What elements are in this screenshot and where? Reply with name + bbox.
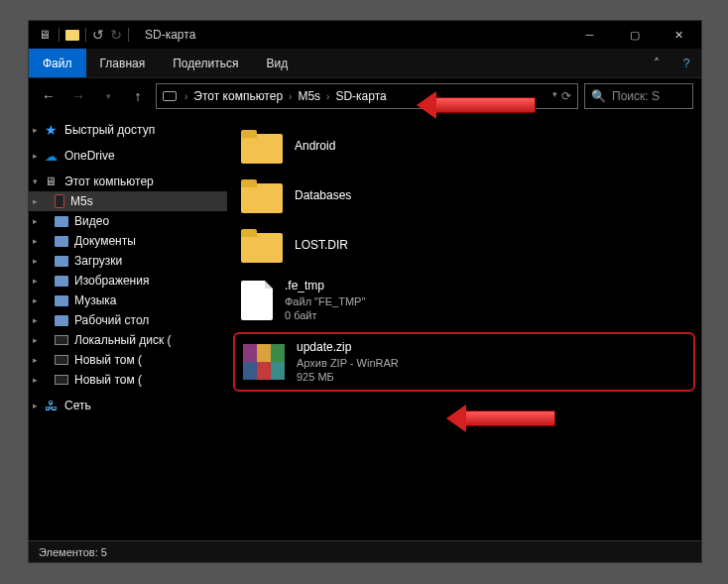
redo-icon[interactable]: ↺ bbox=[110, 27, 122, 43]
file-update-zip[interactable]: update.zip Архив ZIP - WinRAR 925 МБ bbox=[233, 332, 695, 392]
nav-documents[interactable]: ▸ Документы bbox=[29, 231, 227, 251]
folder-icon bbox=[55, 315, 68, 326]
file-fetmp[interactable]: .fe_tmp Файл "FE_TMP" 0 байт bbox=[233, 273, 695, 328]
nav-quick-access[interactable]: ▸ ★ Быстрый доступ bbox=[29, 120, 227, 140]
status-count-label: Элементов: bbox=[39, 546, 98, 558]
chevron-right-icon[interactable]: ▸ bbox=[33, 256, 38, 266]
nav-downloads[interactable]: ▸ Загрузки bbox=[29, 251, 227, 271]
folder-databases[interactable]: Databases bbox=[233, 174, 695, 219]
nav-pictures[interactable]: ▸ Изображения bbox=[29, 271, 227, 291]
chevron-right-icon[interactable]: ▸ bbox=[33, 375, 38, 385]
chevron-right-icon[interactable]: ▸ bbox=[33, 315, 38, 325]
folder-icon bbox=[241, 130, 283, 164]
nav-music[interactable]: ▸ Музыка bbox=[29, 291, 227, 310]
ribbon-share-tab[interactable]: Поделиться bbox=[159, 49, 252, 77]
forward-button[interactable]: → bbox=[66, 84, 90, 108]
undo-icon[interactable]: ↺ bbox=[92, 27, 104, 43]
nav-network[interactable]: ▸ 🖧 Сеть bbox=[29, 396, 227, 415]
search-placeholder: Поиск: S bbox=[612, 89, 660, 103]
ribbon-file-tab[interactable]: Файл bbox=[29, 49, 86, 77]
winrar-icon bbox=[243, 344, 285, 380]
folder-android[interactable]: Android bbox=[233, 124, 695, 170]
back-button[interactable]: ← bbox=[37, 84, 61, 108]
ribbon-view-tab[interactable]: Вид bbox=[252, 49, 302, 77]
folder-icon bbox=[55, 216, 68, 227]
chevron-right-icon[interactable]: ▸ bbox=[33, 125, 38, 135]
refresh-icon[interactable]: ⟳ bbox=[561, 89, 571, 103]
star-icon: ★ bbox=[43, 123, 59, 137]
titlebar: 🖥 ↺ ↺ SD-карта ─ ▢ ✕ bbox=[29, 21, 701, 49]
maximize-button[interactable]: ▢ bbox=[612, 21, 657, 49]
chevron-right-icon[interactable]: ▸ bbox=[33, 236, 38, 246]
chevron-right-icon[interactable]: › bbox=[324, 91, 331, 102]
chevron-right-icon[interactable]: ▸ bbox=[33, 276, 38, 286]
nav-video[interactable]: ▸ Видео bbox=[29, 211, 227, 231]
pc-icon: 🖥 bbox=[43, 175, 59, 188]
status-count: 5 bbox=[101, 546, 107, 558]
chevron-right-icon[interactable]: ▸ bbox=[33, 295, 38, 305]
drive-icon bbox=[55, 335, 68, 345]
chevron-right-icon[interactable]: ▸ bbox=[33, 151, 38, 161]
nav-device-m5s[interactable]: ▸ M5s bbox=[29, 191, 227, 211]
breadcrumb-location[interactable]: SD-карта bbox=[333, 89, 388, 103]
folder-icon bbox=[55, 256, 68, 267]
ribbon-collapse-icon[interactable]: ˄ bbox=[642, 49, 671, 77]
chevron-right-icon[interactable]: ▸ bbox=[33, 355, 38, 365]
minimize-button[interactable]: ─ bbox=[567, 21, 612, 49]
file-icon bbox=[241, 281, 273, 320]
annotation-arrow bbox=[446, 405, 555, 432]
recent-dropdown-icon[interactable]: ▾ bbox=[96, 84, 120, 108]
nav-this-pc[interactable]: ▾ 🖥 Этот компьютер bbox=[29, 172, 227, 191]
drive-icon bbox=[55, 355, 68, 365]
qat-folder-icon[interactable] bbox=[65, 30, 79, 41]
ribbon-home-tab[interactable]: Главная bbox=[86, 49, 160, 77]
phone-icon bbox=[55, 194, 64, 208]
status-bar: Элементов: 5 bbox=[29, 540, 701, 562]
chevron-right-icon[interactable]: ▸ bbox=[33, 216, 38, 226]
nav-drive-c[interactable]: ▸ Локальный диск ( bbox=[29, 330, 227, 350]
search-icon: 🔍 bbox=[591, 89, 606, 103]
chevron-right-icon[interactable]: ▸ bbox=[33, 196, 38, 206]
annotation-arrow bbox=[417, 91, 536, 119]
folder-icon bbox=[55, 295, 68, 306]
window-title: SD-карта bbox=[145, 28, 567, 42]
chevron-right-icon[interactable]: ▸ bbox=[33, 401, 38, 410]
breadcrumb-pc[interactable]: Этот компьютер bbox=[191, 89, 285, 103]
breadcrumb-device[interactable]: M5s bbox=[296, 89, 322, 103]
cloud-icon: ☁ bbox=[43, 149, 59, 163]
nav-desktop[interactable]: ▸ Рабочий стол bbox=[29, 310, 227, 330]
nav-drive-new1[interactable]: ▸ Новый том ( bbox=[29, 350, 227, 370]
help-icon[interactable]: ? bbox=[671, 49, 701, 77]
chevron-down-icon[interactable]: ▾ bbox=[33, 176, 38, 186]
app-icon: 🖥 bbox=[37, 28, 53, 42]
chevron-right-icon[interactable]: › bbox=[182, 91, 189, 102]
pc-icon bbox=[163, 91, 177, 101]
nav-onedrive[interactable]: ▸ ☁ OneDrive bbox=[29, 146, 227, 166]
file-list: Android Databases LOST.DIR .fe_tmp Файл … bbox=[227, 114, 701, 540]
folder-icon bbox=[55, 276, 68, 287]
chevron-right-icon[interactable]: ▸ bbox=[33, 335, 38, 345]
folder-icon bbox=[55, 236, 68, 247]
folder-icon bbox=[241, 229, 283, 263]
folder-lostdir[interactable]: LOST.DIR bbox=[233, 223, 695, 269]
folder-icon bbox=[241, 179, 283, 213]
close-button[interactable]: ✕ bbox=[657, 21, 701, 49]
network-icon: 🖧 bbox=[43, 399, 59, 412]
up-button[interactable]: ↑ bbox=[126, 84, 150, 108]
navigation-pane: ▸ ★ Быстрый доступ ▸ ☁ OneDrive ▾ 🖥 Этот… bbox=[29, 114, 227, 540]
ribbon: Файл Главная Поделиться Вид ˄ ? bbox=[29, 49, 701, 78]
dropdown-icon[interactable]: ▾ bbox=[552, 89, 557, 103]
search-input[interactable]: 🔍 Поиск: S bbox=[584, 83, 693, 109]
drive-icon bbox=[55, 375, 68, 385]
nav-drive-new2[interactable]: ▸ Новый том ( bbox=[29, 370, 227, 390]
chevron-right-icon[interactable]: › bbox=[287, 91, 294, 102]
